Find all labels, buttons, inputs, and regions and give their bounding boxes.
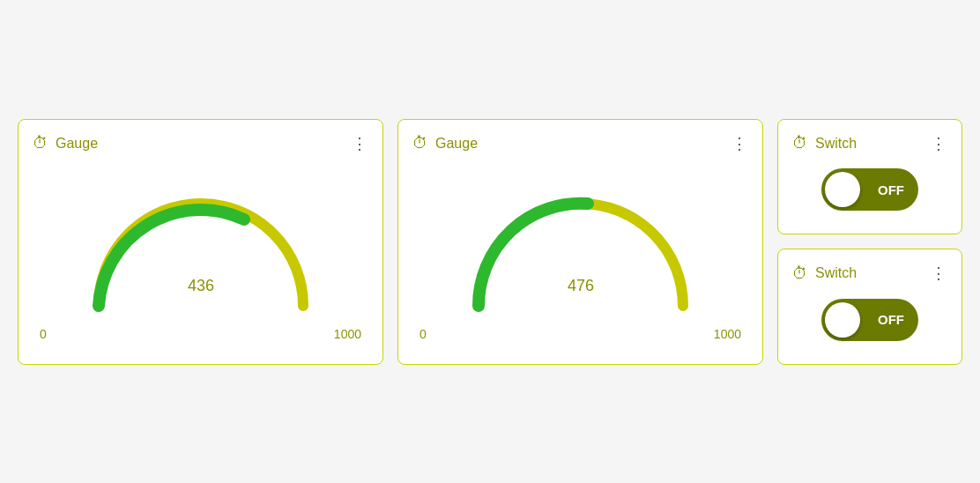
history-icon-sw1[interactable]: ⏱ [792, 134, 808, 152]
switch-2-state: OFF [878, 312, 904, 327]
gauge-2-title: Gauge [435, 136, 478, 152]
switch-1-header: ⏱ Switch ⋮ [792, 134, 947, 153]
switch-1-state: OFF [878, 182, 904, 197]
switch-2-header: ⏱ Switch ⋮ [792, 264, 947, 283]
switch-1-title: Switch [815, 136, 857, 152]
gauge-1-svg: 436 [78, 169, 324, 323]
switch-2-knob [825, 302, 860, 338]
menu-icon-sw1[interactable]: ⋮ [931, 134, 947, 153]
history-icon-2[interactable]: ⏱ [412, 134, 428, 152]
menu-icon-1[interactable]: ⋮ [352, 134, 368, 153]
menu-icon-2[interactable]: ⋮ [731, 134, 748, 153]
gauge-2-header-left: ⏱ Gauge [412, 134, 478, 152]
history-icon-1[interactable]: ⏱ [33, 134, 48, 152]
switch-2-toggle[interactable]: OFF [821, 299, 918, 341]
gauge-2-max: 1000 [714, 327, 741, 341]
switch-1-body: OFF [792, 160, 947, 220]
switch-1-knob [825, 172, 860, 207]
switch-2-body: OFF [792, 290, 947, 350]
gauge-2-container: 476 0 1000 [412, 160, 748, 350]
menu-icon-sw2[interactable]: ⋮ [931, 264, 947, 283]
gauge-2-labels: 0 1000 [412, 327, 748, 341]
gauge-card-2: ⏱ Gauge ⋮ 476 0 1000 [397, 119, 763, 365]
gauge-1-max: 1000 [334, 327, 361, 341]
gauge-1-labels: 0 1000 [33, 327, 368, 341]
switch-2-header-left: ⏱ Switch [792, 264, 857, 283]
gauge-1-header: ⏱ Gauge ⋮ [33, 134, 368, 153]
switch-card-1: ⏱ Switch ⋮ OFF [777, 119, 962, 235]
gauge-2-value-text: 476 [567, 277, 593, 294]
gauge-1-svg-wrapper: 436 [33, 169, 368, 323]
gauge-card-1: ⏱ Gauge ⋮ 436 0 1000 [18, 119, 383, 365]
switch-card-2: ⏱ Switch ⋮ OFF [777, 249, 962, 365]
gauge-2-header: ⏱ Gauge ⋮ [412, 134, 748, 153]
gauge-1-container: 436 0 1000 [33, 160, 368, 350]
history-icon-sw2[interactable]: ⏱ [792, 264, 808, 283]
switch-1-header-left: ⏱ Switch [792, 134, 857, 152]
switch-column: ⏱ Switch ⋮ OFF ⏱ Switch ⋮ [777, 119, 962, 365]
switch-1-toggle[interactable]: OFF [821, 168, 918, 211]
gauge-1-value-text: 436 [187, 277, 213, 294]
gauge-2-svg-wrapper: 476 [412, 169, 748, 323]
gauge-1-header-left: ⏱ Gauge [33, 134, 98, 152]
gauge-1-title: Gauge [56, 136, 98, 152]
gauge-1-min: 0 [40, 327, 47, 341]
gauge-2-svg: 476 [457, 169, 704, 323]
switch-2-title: Switch [815, 265, 857, 281]
dashboard: ⏱ Gauge ⋮ 436 0 1000 [0, 101, 980, 383]
gauge-2-min: 0 [419, 327, 427, 341]
